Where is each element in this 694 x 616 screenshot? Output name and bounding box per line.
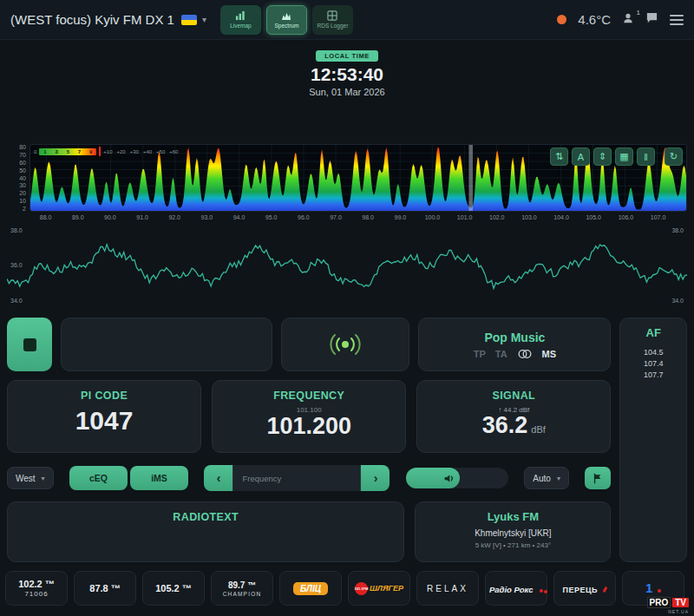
ms-flag: MS xyxy=(542,349,557,359)
scan-mode-value: Auto xyxy=(533,474,551,483)
station-logo-text: 102.2 ™ xyxy=(18,579,55,589)
af-frequency[interactable]: 107.7 xyxy=(644,370,664,381)
cherries-icon xyxy=(540,589,543,593)
spectrum-chart-style-button[interactable]: ▦ xyxy=(615,147,633,166)
chevron-down-icon: ▾ xyxy=(42,475,45,482)
nav-livemap-button[interactable]: Livemap xyxy=(220,5,261,35)
spectrum-pause-button[interactable]: ‖ xyxy=(637,147,655,166)
spectrum-x-tick: 96.0 xyxy=(298,214,310,220)
spectrum-y-tick: 40 xyxy=(7,175,26,181)
station-logo-text: БЛІЦ xyxy=(293,582,328,595)
frequency-stepper: ‹ Frequency › xyxy=(204,465,390,491)
spectrum-auto-button[interactable]: A xyxy=(572,147,590,166)
stop-button[interactable] xyxy=(7,318,52,371)
spectrum-x-tick: 106.0 xyxy=(619,214,634,220)
spectrum-y-tick: 80 xyxy=(7,144,26,150)
ceq-toggle-button[interactable]: cEQ xyxy=(69,466,128,490)
spectrum-icon xyxy=(281,10,291,21)
antenna-select[interactable]: West ▾ xyxy=(7,467,54,489)
station-logo-tile[interactable]: БЛІЦ xyxy=(279,571,342,606)
spectrum-x-tick: 95.0 xyxy=(265,214,278,220)
menu-hamburger-button[interactable] xyxy=(670,15,684,25)
spectrum-x-tick: 90.0 xyxy=(104,214,116,220)
hamburger-bar xyxy=(670,19,684,21)
legend-marker xyxy=(99,147,101,156)
spectrum-graph[interactable]: 0 13579 +10+20+30+40+50+60 ⇅ A ⇕ ▦ ‖ ↻ xyxy=(29,144,687,212)
spectrum-toolbar: ⇅ A ⇕ ▦ ‖ ↻ xyxy=(550,147,683,166)
stereo-waves-icon xyxy=(327,332,363,357)
signal-title: SIGNAL xyxy=(493,390,536,402)
spectrum-y-tick: 10 xyxy=(7,198,26,204)
station-info-panel: Lyuks FM Khmelnytskyi [UKR] 5 kW [V] • 2… xyxy=(415,501,611,562)
af-panel: AF 104.5107.4107.7 xyxy=(619,318,687,562)
spectrum-refresh-button[interactable]: ↻ xyxy=(665,147,683,166)
nav-rds-logger-button[interactable]: RDS Logger xyxy=(312,5,353,35)
person-icon xyxy=(622,12,634,24)
radiotext-title: RADIOTEXT xyxy=(173,511,239,523)
pi-code-value: 1047 xyxy=(75,406,134,436)
station-logo-text: 105.2 ™ xyxy=(155,583,192,593)
signal-value: 36.2 xyxy=(482,412,528,439)
chat-button[interactable] xyxy=(645,11,658,28)
af-frequency[interactable]: 104.5 xyxy=(644,347,664,358)
frequency-input[interactable]: Frequency xyxy=(232,465,361,491)
server-title[interactable]: (WEST focus) Kyiv FM DX 1 xyxy=(10,12,174,27)
rds-status-row: Pop Music TP TA MS xyxy=(7,318,611,371)
users-count: 1 xyxy=(637,9,640,16)
spectrum-sort-button[interactable]: ⇅ xyxy=(550,147,568,166)
online-users-button[interactable]: 1 xyxy=(622,12,634,28)
spectrum-x-tick: 101.0 xyxy=(457,214,473,220)
frequency-panel: FREQUENCY 101.100 101.200 xyxy=(212,380,406,453)
tune-down-button[interactable]: ‹ xyxy=(204,465,232,491)
flag-icon xyxy=(593,473,603,484)
station-logo-text: ПЕРЕЦЬ xyxy=(563,586,599,594)
spectrum-x-tick: 89.0 xyxy=(72,214,84,220)
signal-axis-label: 38.0 xyxy=(10,227,23,233)
station-logo-tile[interactable]: 105.2 ™ xyxy=(142,571,205,606)
station-logo-tile[interactable]: 102.2 ™ 71006 xyxy=(5,571,68,606)
scan-mode-select[interactable]: Auto ▾ xyxy=(524,467,569,489)
legend-zero: 0 xyxy=(34,149,36,154)
spectrum-vertical-zoom-button[interactable]: ⇕ xyxy=(593,147,612,166)
flag-button[interactable] xyxy=(585,467,611,489)
signal-axis-label: 38.0 xyxy=(671,227,684,233)
spectrum-x-tick: 98.0 xyxy=(362,214,374,220)
spectrum-x-tick: 100.0 xyxy=(425,214,441,220)
eq-ims-group: cEQ iMS xyxy=(69,466,188,490)
ims-toggle-button[interactable]: iMS xyxy=(130,466,188,490)
spectrum-x-tick: 93.0 xyxy=(201,214,213,220)
af-frequency[interactable]: 107.4 xyxy=(644,358,664,370)
station-logo-tile[interactable]: 89.7 ™ CHAMPION xyxy=(211,571,273,606)
volume-slider[interactable] xyxy=(406,468,508,488)
station-logo-tile[interactable]: Радіо Рокс xyxy=(485,571,547,606)
ukraine-flag-icon xyxy=(181,15,197,25)
nav-spectrum-button[interactable]: Spectrum xyxy=(266,5,307,35)
pty-panel: Pop Music TP TA MS xyxy=(418,318,611,371)
main-content: Pop Music TP TA MS PI CODE 1047 FREQUENC… xyxy=(7,318,687,562)
local-date-value: Sun, 01 Mar 2026 xyxy=(0,87,694,97)
signal-axis-label: 36.0 xyxy=(10,262,23,268)
station-location: Khmelnytskyi [UKR] xyxy=(475,528,551,538)
spectrum-y-tick: 60 xyxy=(7,160,26,166)
station-logo-tile[interactable]: 87.8 ™ xyxy=(74,571,136,606)
local-time-badge: LOCAL TIME xyxy=(316,50,378,62)
red-dot-icon xyxy=(658,589,661,593)
station-logo-tile[interactable]: ПЕРЕЦЬ xyxy=(553,571,616,606)
radiotext-row: RADIOTEXT Lyuks FM Khmelnytskyi [UKR] 5 … xyxy=(7,501,611,562)
station-name: Lyuks FM xyxy=(488,510,539,523)
station-logo-text: 87.8 ™ xyxy=(89,583,120,593)
tune-up-button[interactable]: › xyxy=(361,465,390,491)
signal-graph: 38.0 36.0 34.0 38.0 34.0 xyxy=(7,227,687,304)
local-time-value: 12:53:40 xyxy=(0,64,694,85)
spectrum-x-tick: 105.0 xyxy=(586,214,601,220)
local-time-block: LOCAL TIME 12:53:40 Sun, 01 Mar 2026 xyxy=(0,46,694,97)
stereo-indicator xyxy=(281,318,409,371)
radiotext-panel: RADIOTEXT xyxy=(7,501,404,562)
station-logo-tile[interactable]: 101.1FM ШЛЯГЕР xyxy=(348,571,410,606)
station-logo-text: RELAX xyxy=(427,584,468,593)
spectrum-x-tick: 91.0 xyxy=(136,214,148,220)
spectrum-y-axis: 80706050403020102 xyxy=(7,144,29,212)
station-logo-text: ШЛЯГЕР xyxy=(370,584,403,593)
station-logo-tile[interactable]: RELAX xyxy=(416,571,479,606)
server-dropdown-chevron-icon[interactable]: ▾ xyxy=(202,15,206,24)
